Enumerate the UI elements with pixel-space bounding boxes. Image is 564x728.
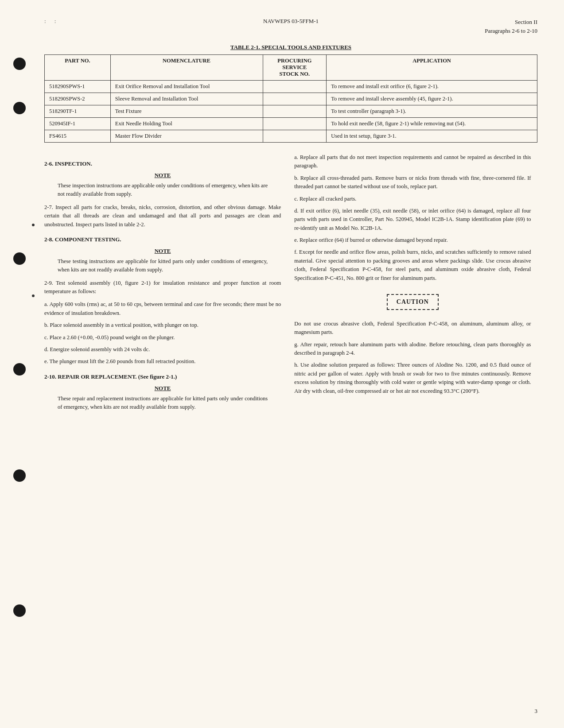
col-application: APPLICATION (327, 55, 537, 81)
stock-no-2 (263, 93, 327, 105)
sub-a-left: a. Apply 600 volts (rms) ac, at 50 to 60… (44, 300, 281, 318)
doc-number: NAVWEPS 03-5FFM-1 (263, 18, 319, 24)
nomenclature-3: Test Fixture (110, 105, 263, 118)
special-tools-table: PART NO. NOMENCLATURE PROCURINGSERVICEST… (44, 54, 537, 143)
note-2-text: These testing instructions are applicabl… (58, 257, 268, 275)
table-title: TABLE 2-1. SPECIAL TOOLS AND FIXTURES (44, 44, 537, 51)
part-no-1: 518290SPWS-1 (45, 81, 111, 93)
left-column: 2-6. INSPECTION. NOTE These inspection i… (44, 153, 281, 416)
col-procuring: PROCURINGSERVICESTOCK NO. (263, 55, 327, 81)
application-4: To hold exit needle (58, figure 2-1) whi… (327, 118, 537, 130)
table-row: 520945IF-1 Exit Needle Holding Tool To h… (45, 118, 537, 130)
sub-b-right: b. Replace all cross-threaded parts. Rem… (294, 174, 531, 191)
para-2-7: 2-7. Inspect all parts for cracks, break… (44, 203, 281, 229)
part-no-4: 520945IF-1 (45, 118, 111, 130)
dot-1 (32, 224, 35, 226)
paragraphs-label: Paragraphs 2-6 to 2-10 (458, 27, 537, 35)
stock-no-5 (263, 130, 327, 143)
caution-label: CAUTION (397, 298, 429, 306)
header-right: Section II Paragraphs 2-6 to 2-10 (458, 18, 537, 35)
page-header: : : NAVWEPS 03-5FFM-1 Section II Paragra… (44, 18, 537, 35)
stock-no-1 (263, 81, 327, 93)
circle-5 (13, 469, 26, 482)
part-no-2: 518290SPWS-2 (45, 93, 111, 105)
note-block-1: NOTE These inspection instructions are a… (58, 172, 268, 199)
note-2-title: NOTE (58, 248, 268, 255)
section-2-8-heading: 2-8. COMPONENT TESTING. (44, 236, 281, 243)
sub-h-right: h. Use alodine solution prepared as foll… (294, 361, 531, 395)
header-center: NAVWEPS 03-5FFM-1 (124, 18, 458, 25)
circle-6 (13, 604, 26, 617)
sub-e-left: e. The plunger must lift the 2.60 pounds… (44, 357, 281, 366)
nomenclature-4: Exit Needle Holding Tool (110, 118, 263, 130)
nomenclature-2: Sleeve Removal and Installation Tool (110, 93, 263, 105)
circle-4 (13, 363, 26, 376)
note-3-title: NOTE (58, 385, 268, 392)
nomenclature-5: Master Flow Divider (110, 130, 263, 143)
page: : : NAVWEPS 03-5FFM-1 Section II Paragra… (0, 0, 564, 728)
left-margin-circles (9, 0, 31, 728)
table-row: 518290TF-1 Test Fixture To test controll… (45, 105, 537, 118)
corner-dots: : : (44, 18, 59, 24)
table-row: 518290SPWS-1 Exit Orifice Removal and In… (45, 81, 537, 93)
sub-c-left: c. Place a 2.60 (+0.00, -0.05) pound wei… (44, 333, 281, 342)
section-2-6-heading: 2-6. INSPECTION. (44, 160, 281, 167)
circle-2 (13, 102, 26, 114)
caution-box: CAUTION (387, 294, 439, 310)
table-row: FS4615 Master Flow Divider Used in test … (45, 130, 537, 143)
section-label: Section II (458, 18, 537, 27)
note-3-text: These repair and replacement instruction… (58, 395, 268, 412)
caution-text: Do not use crocus abrasive cloth, Federa… (294, 320, 531, 337)
section-2-10-heading: 2-10. REPAIR OR REPLACEMENT. (See figure… (44, 373, 281, 380)
sub-c-right: c. Replace all cracked parts. (294, 195, 531, 203)
col-nomenclature: NOMENCLATURE (110, 55, 263, 81)
sub-f-right: f. Except for needle and orifice flow ar… (294, 248, 531, 283)
circle-1 (13, 58, 26, 70)
sub-e-right: e. Replace orifice (64) if burred or oth… (294, 236, 531, 244)
caution-container: CAUTION (294, 289, 531, 315)
application-1: To remove and install exit orifice (6, f… (327, 81, 537, 93)
stock-no-4 (263, 118, 327, 130)
sub-d-right: d. If exit orifice (6), inlet needle (35… (294, 207, 531, 232)
two-col-layout: 2-6. INSPECTION. NOTE These inspection i… (44, 153, 537, 416)
application-2: To remove and install sleeve assembly (4… (327, 93, 537, 105)
note-1-text: These inspection instructions are applic… (58, 182, 268, 199)
note-1-title: NOTE (58, 172, 268, 179)
page-number: 3 (535, 708, 538, 715)
note-block-2: NOTE These testing instructions are appl… (58, 248, 268, 275)
para-2-9: 2-9. Test solenoid assembly (10, figure … (44, 279, 281, 296)
application-5: Used in test setup, figure 3-1. (327, 130, 537, 143)
circle-3 (13, 252, 26, 265)
right-column: a. Replace all parts that do not meet in… (294, 153, 531, 416)
col-part-no: PART NO. (45, 55, 111, 81)
sub-d-left: d. Energize solenoid assembly with 24 vo… (44, 345, 281, 354)
part-no-5: FS4615 (45, 130, 111, 143)
stock-no-3 (263, 105, 327, 118)
nomenclature-1: Exit Orifice Removal and Installation To… (110, 81, 263, 93)
note-block-3: NOTE These repair and replacement instru… (58, 385, 268, 412)
sub-g-right: g. After repair, retouch bare aluminum p… (294, 341, 531, 358)
part-no-3: 518290TF-1 (45, 105, 111, 118)
application-3: To test controller (paragraph 3-1). (327, 105, 537, 118)
sub-a-right: a. Replace all parts that do not meet in… (294, 153, 531, 170)
dot-2 (32, 294, 35, 297)
table-row: 518290SPWS-2 Sleeve Removal and Installa… (45, 93, 537, 105)
sub-b-left: b. Place solenoid assembly in a vertical… (44, 321, 281, 329)
